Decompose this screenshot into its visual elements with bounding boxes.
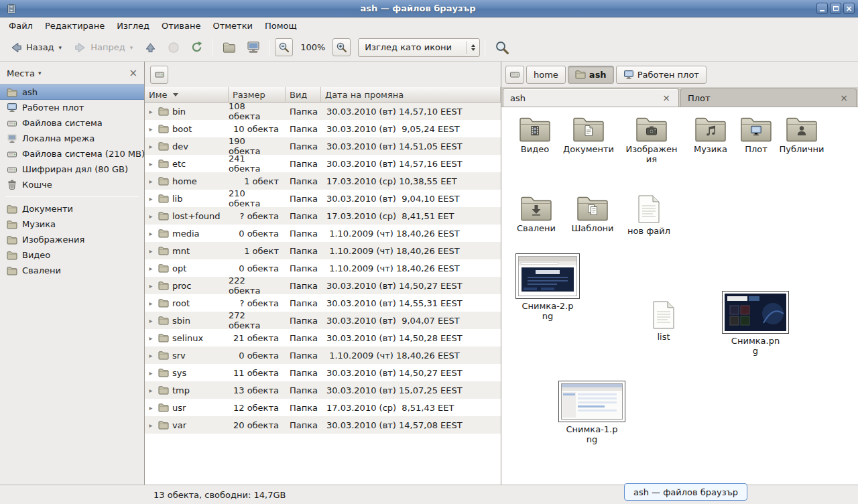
icon-item[interactable]: Видео [505, 115, 564, 155]
table-row[interactable]: ▸ mnt 1 обект Папка 1.10.2009 (чт) 18,40… [145, 242, 501, 259]
sidebar-item[interactable]: Локална мрежа [0, 131, 144, 146]
table-row[interactable]: ▸ dev 190 обекта Папка 30.03.2010 (вт) 1… [145, 137, 501, 155]
taskbar-window-button[interactable]: ash — файлов браузър [624, 483, 747, 501]
menu-file[interactable]: Файл [3, 19, 39, 33]
table-row[interactable]: ▸ var 20 обекта Папка 30.03.2010 (вт) 14… [145, 416, 501, 434]
table-row[interactable]: ▸ home 1 обект Папка 17.03.2010 (ср) 10,… [145, 172, 501, 190]
expander-icon[interactable]: ▸ [147, 195, 155, 202]
sidebar-item[interactable]: Шифриран дял (80 GB) [0, 162, 144, 177]
icon-item[interactable]: нов файл [619, 194, 678, 237]
expander-icon[interactable]: ▸ [147, 300, 155, 307]
menu-view[interactable]: Изглед [111, 19, 156, 33]
sidebar-item[interactable]: ash [0, 84, 144, 100]
table-row[interactable]: ▸ root ? обекта Папка 30.03.2010 (вт) 14… [145, 294, 501, 312]
expander-icon[interactable]: ▸ [147, 143, 155, 150]
sidebar-item[interactable]: Кошче [0, 177, 144, 192]
table-row[interactable]: ▸ bin 108 обекта Папка 30.03.2010 (вт) 1… [145, 103, 501, 120]
close-button[interactable]: × [843, 3, 855, 14]
icon-item[interactable]: Документи [559, 115, 618, 155]
menu-edit[interactable]: Редактиране [39, 19, 111, 33]
table-row[interactable]: ▸ tmp 13 обекта Папка 30.03.2010 (вт) 15… [145, 381, 501, 399]
expander-icon[interactable]: ▸ [147, 265, 155, 272]
search-button[interactable] [490, 37, 514, 58]
column-header[interactable]: Дата на промяна [321, 87, 501, 103]
expander-icon[interactable]: ▸ [147, 352, 155, 359]
sidebar-item[interactable]: Файлова система (210 MB) [0, 146, 144, 162]
table-row[interactable]: ▸ usr 12 обекта Папка 17.03.2010 (ср) 8,… [145, 399, 501, 416]
zoom-in-button[interactable] [332, 38, 351, 56]
expander-icon[interactable]: ▸ [147, 212, 155, 220]
expander-icon[interactable]: ▸ [147, 178, 155, 185]
tab-0[interactable]: ash × [503, 88, 679, 107]
sidebar-item[interactable]: Музика [0, 216, 144, 232]
table-row[interactable]: ▸ boot 10 обекта Папка 30.03.2010 (вт) 9… [145, 120, 501, 137]
icon-view[interactable]: Видео Документи Изображения [501, 107, 858, 485]
expander-icon[interactable]: ▸ [147, 317, 155, 324]
pathbar-button-desktop[interactable]: Работен плот [616, 66, 707, 84]
computer-button[interactable] [242, 37, 265, 58]
up-button[interactable] [139, 37, 162, 58]
sidebar-item[interactable]: Файлова система [0, 115, 144, 131]
table-row[interactable]: ▸ selinux 21 обекта Папка 30.03.2010 (вт… [145, 329, 501, 346]
column-header[interactable]: Вид [286, 87, 321, 103]
expander-icon[interactable]: ▸ [147, 404, 155, 412]
sidebar-item[interactable]: Изображения [0, 232, 144, 247]
table-row[interactable]: ▸ proc 222 обекта Папка 30.03.2010 (вт) … [145, 277, 501, 294]
expander-icon[interactable]: ▸ [147, 369, 155, 377]
sidebar-selector-chevron-icon[interactable]: ▾ [38, 70, 42, 76]
expander-icon[interactable]: ▸ [147, 422, 155, 429]
back-button[interactable]: Назад ▾ [4, 37, 67, 58]
table-row[interactable]: ▸ media 0 обекта Папка 1.10.2009 (чт) 18… [145, 225, 501, 242]
icon-item[interactable]: Снимка-2.png [511, 253, 585, 322]
stop-button[interactable] [163, 37, 184, 58]
view-selector[interactable]: Изглед като икони [358, 38, 480, 57]
table-row[interactable]: ▸ srv 0 обекта Папка 1.10.2009 (чт) 18,4… [145, 346, 501, 364]
icon-item[interactable]: Шаблони [563, 194, 622, 234]
sidebar-item[interactable]: Видео [0, 247, 144, 263]
expander-icon[interactable]: ▸ [147, 282, 155, 290]
forward-button[interactable]: Напред ▾ [68, 37, 138, 58]
table-row[interactable]: ▸ lib 210 обекта Папка 30.03.2010 (вт) 9… [145, 190, 501, 207]
zoom-out-button[interactable] [275, 38, 293, 56]
tab-1[interactable]: Плот × [680, 88, 857, 107]
pathbar-button-ash[interactable]: ash [568, 66, 614, 84]
icon-item[interactable]: Изображения [622, 115, 681, 165]
icon-item[interactable]: Свалени [507, 194, 566, 234]
column-header[interactable]: Име [145, 87, 229, 103]
sidebar-item[interactable]: Работен плот [0, 100, 144, 115]
table-row[interactable]: ▸ lost+found ? обекта Папка 17.03.2010 (… [145, 207, 501, 225]
back-history-dropdown-icon[interactable]: ▾ [59, 44, 62, 51]
pathbar-button-root[interactable] [505, 66, 524, 84]
sidebar-item[interactable]: Документи [0, 201, 144, 216]
table-row[interactable]: ▸ sys 11 обекта Папка 30.03.2010 (вт) 14… [145, 364, 501, 381]
folder-icon [158, 107, 169, 116]
maximize-button[interactable] [830, 3, 841, 14]
menu-go[interactable]: Отиване [156, 19, 206, 33]
menu-help[interactable]: Помощ [259, 19, 303, 33]
expander-icon[interactable]: ▸ [147, 247, 155, 255]
expander-icon[interactable]: ▸ [147, 334, 155, 342]
icon-item[interactable]: Снимка.png [719, 291, 792, 357]
table-row[interactable]: ▸ sbin 272 обекта Папка 30.03.2010 (вт) … [145, 312, 501, 329]
minimize-button[interactable] [816, 3, 828, 14]
table-row[interactable]: ▸ etc 241 обекта Папка 30.03.2010 (вт) 1… [145, 155, 501, 172]
home-button[interactable] [218, 37, 241, 58]
menu-bookmarks[interactable]: Отметки [206, 19, 258, 33]
icon-item[interactable]: Публични [772, 115, 831, 155]
expander-icon[interactable]: ▸ [147, 387, 155, 394]
expander-icon[interactable]: ▸ [147, 230, 155, 237]
column-header[interactable]: Размер [229, 87, 286, 103]
sidebar-item[interactable]: Свалени [0, 263, 144, 278]
pathbar-button-home[interactable]: home [526, 66, 566, 84]
tab-close-icon[interactable]: × [661, 93, 672, 103]
icon-item[interactable]: Снимка-1.png [555, 381, 629, 445]
sidebar-close-icon[interactable]: × [129, 68, 137, 78]
pane-location-button[interactable] [150, 66, 168, 84]
expander-icon[interactable]: ▸ [147, 125, 155, 133]
tab-close-icon[interactable]: × [839, 93, 849, 103]
table-row[interactable]: ▸ opt 0 обекта Папка 1.10.2009 (чт) 18,4… [145, 259, 501, 277]
reload-button[interactable] [186, 37, 208, 58]
icon-item[interactable]: list [634, 300, 693, 342]
expander-icon[interactable]: ▸ [147, 108, 155, 115]
expander-icon[interactable]: ▸ [147, 160, 155, 168]
